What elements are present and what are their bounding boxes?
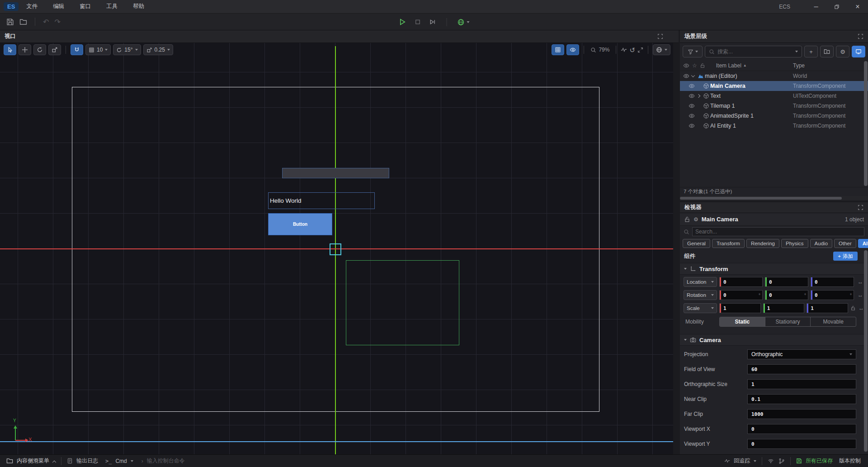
menu-file[interactable]: 文件 xyxy=(19,0,45,14)
eye-icon[interactable] xyxy=(689,123,695,129)
maximize-panel-icon[interactable] xyxy=(858,33,863,39)
show-gizmos-button[interactable] xyxy=(566,44,579,55)
near-clip-field[interactable]: 0.1 xyxy=(747,394,856,404)
maximize-panel-icon[interactable] xyxy=(657,33,663,39)
save-status[interactable]: 所有已保存 xyxy=(796,457,833,465)
tab-other[interactable]: Other xyxy=(834,239,856,248)
menu-tools[interactable]: 工具 xyxy=(99,0,125,14)
rotation-dropdown[interactable]: Rotation xyxy=(684,290,717,300)
scale-z-field[interactable] xyxy=(807,303,848,313)
inspector-search-input[interactable] xyxy=(692,227,864,236)
uniform-scale-lock-icon[interactable] xyxy=(850,305,856,311)
visibility-column-icon[interactable] xyxy=(683,62,689,69)
text-element[interactable]: Hello World xyxy=(268,192,375,209)
orthographic-size-field[interactable]: 1 xyxy=(747,379,856,389)
add-entity-button[interactable]: + xyxy=(804,46,818,57)
camera-section-header[interactable]: Camera xyxy=(680,334,868,346)
scale-y-field[interactable] xyxy=(763,303,805,313)
stop-button[interactable] xyxy=(415,19,421,25)
location-x-input[interactable] xyxy=(721,279,762,285)
link-values-icon[interactable]: ↔ xyxy=(856,292,864,298)
inspector-vscrollbar[interactable] xyxy=(864,250,868,453)
world-view-dropdown[interactable] xyxy=(653,44,670,55)
far-clip-field[interactable]: 1000 xyxy=(747,409,856,419)
tab-all[interactable]: All xyxy=(858,239,868,248)
chevron-right-icon[interactable] xyxy=(697,94,700,98)
backtrace-dropdown[interactable]: 回追踪 xyxy=(724,457,756,465)
hierarchy-hscrollbar[interactable] xyxy=(680,196,868,200)
scale-x-field[interactable] xyxy=(719,303,761,313)
table-row-main-camera[interactable]: Main Camera TransformComponent xyxy=(680,81,868,91)
viewport-x-field[interactable]: 0 xyxy=(747,424,856,434)
vscrollbar-thumb[interactable] xyxy=(864,250,868,452)
hierarchy-settings-button[interactable]: ⚙ xyxy=(836,46,849,57)
close-button[interactable]: × xyxy=(847,0,868,14)
lock-icon[interactable] xyxy=(684,216,690,223)
save-icon[interactable] xyxy=(6,18,14,26)
zoom-level[interactable]: 79% xyxy=(589,47,611,53)
scale-y-input[interactable] xyxy=(765,305,804,311)
rotation-x-field[interactable]: ° xyxy=(719,290,763,300)
viewport-canvas[interactable]: Hello World Button Y X 10 xyxy=(0,43,673,454)
scale-snap-dropdown[interactable]: 0.25 xyxy=(143,44,173,55)
version-control-button[interactable]: 版本控制 xyxy=(839,457,861,465)
menu-help[interactable]: 帮助 xyxy=(125,0,152,14)
eye-icon[interactable] xyxy=(689,93,695,99)
location-z-input[interactable] xyxy=(812,279,854,285)
rotation-y-input[interactable] xyxy=(767,292,804,298)
vscrollbar-thumb[interactable] xyxy=(864,61,868,186)
eye-icon[interactable] xyxy=(689,103,695,109)
hierarchy-search-box[interactable] xyxy=(705,46,802,57)
eye-icon[interactable] xyxy=(689,113,695,119)
output-log-button[interactable]: 输出日志 xyxy=(67,457,98,465)
favorite-column-icon[interactable]: ☆ xyxy=(692,62,697,69)
show-grid-button[interactable] xyxy=(552,44,564,55)
run-target-dropdown[interactable] xyxy=(458,19,470,26)
rotation-y-field[interactable]: ° xyxy=(765,290,808,300)
scale-dropdown[interactable]: Scale xyxy=(684,303,717,313)
tab-rendering[interactable]: Rendering xyxy=(746,239,779,248)
tab-general[interactable]: General xyxy=(683,239,710,248)
location-x-field[interactable] xyxy=(719,277,763,287)
chevron-down-icon[interactable] xyxy=(691,73,695,77)
location-dropdown[interactable]: Location xyxy=(684,277,717,287)
viewport-y-field[interactable]: 0 xyxy=(747,439,856,449)
gear-icon[interactable]: ⚙ xyxy=(693,216,698,223)
play-button[interactable] xyxy=(399,18,406,26)
link-values-icon[interactable]: ↔ xyxy=(856,279,864,285)
hierarchy-search-input[interactable] xyxy=(717,48,793,55)
rotation-x-input[interactable] xyxy=(721,292,759,298)
location-y-field[interactable] xyxy=(765,277,808,287)
step-button[interactable] xyxy=(429,19,436,25)
fullscreen-icon[interactable] xyxy=(637,47,643,53)
scale-x-input[interactable] xyxy=(721,305,760,311)
eye-icon[interactable] xyxy=(689,83,695,89)
location-z-field[interactable] xyxy=(811,277,854,287)
menu-window[interactable]: 窗口 xyxy=(72,0,99,14)
redo-icon[interactable]: ↷ xyxy=(54,18,60,26)
rotate-snap-dropdown[interactable]: 15° xyxy=(113,44,141,55)
column-type[interactable]: Type xyxy=(793,62,868,69)
field-of-view-field[interactable]: 60 xyxy=(747,364,856,374)
branch-icon[interactable] xyxy=(778,458,785,464)
undo-icon[interactable]: ↶ xyxy=(43,18,49,26)
move-tool-button[interactable] xyxy=(19,44,31,55)
app-logo[interactable]: ES xyxy=(4,2,19,11)
filter-dropdown[interactable] xyxy=(683,46,703,57)
hscrollbar-thumb[interactable] xyxy=(680,197,842,200)
snap-toggle-button[interactable] xyxy=(71,44,83,55)
mobility-static[interactable]: Static xyxy=(720,317,765,326)
mobility-stationary[interactable]: Stationary xyxy=(765,317,811,326)
tab-audio[interactable]: Audio xyxy=(810,239,832,248)
grid-snap-dropdown[interactable]: 10 xyxy=(85,44,111,55)
scale-tool-button[interactable] xyxy=(48,44,61,55)
link-values-icon[interactable]: ↔ xyxy=(858,305,864,311)
reset-view-icon[interactable]: ↺ xyxy=(629,47,635,53)
rotation-z-input[interactable] xyxy=(812,292,850,298)
maximize-panel-icon[interactable] xyxy=(858,205,863,210)
selected-ui-bar[interactable] xyxy=(282,168,389,178)
transform-section-header[interactable]: Transform xyxy=(680,263,868,275)
selection-pivot-box[interactable] xyxy=(330,243,341,255)
restore-button[interactable] xyxy=(826,0,847,14)
new-folder-button[interactable] xyxy=(820,46,834,57)
